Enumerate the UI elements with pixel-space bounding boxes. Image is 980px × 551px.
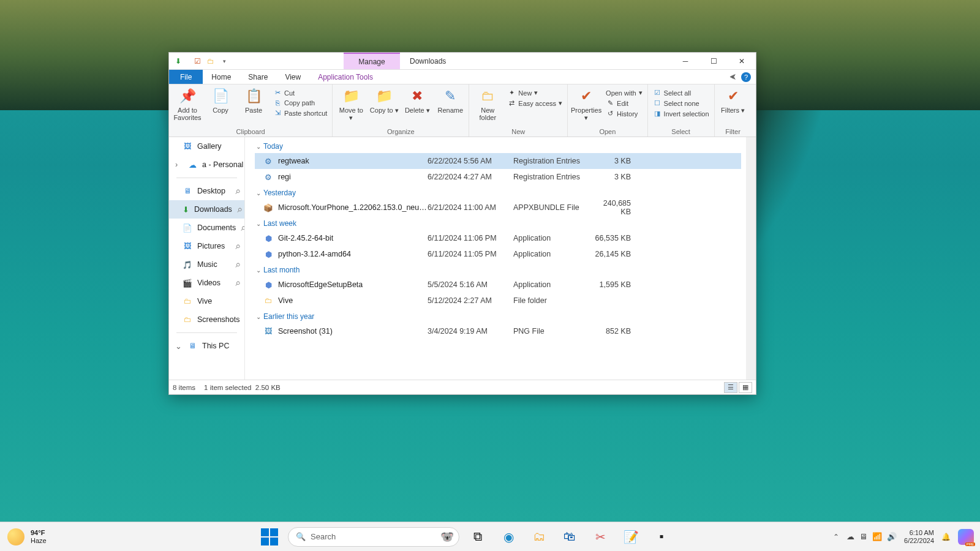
details-view-button[interactable]: ☰	[724, 382, 737, 393]
file-row[interactable]: ⚙regi6/22/2024 4:27 AMRegistration Entri…	[255, 169, 741, 185]
cut-button[interactable]: ✂Cut	[272, 88, 328, 97]
file-row[interactable]: 🖼Screenshot (31)3/4/2024 9:19 AMPNG File…	[255, 323, 741, 339]
file-row[interactable]: ⬢python-3.12.4-amd646/11/2024 11:05 PMAp…	[255, 246, 741, 262]
file-group-header[interactable]: ⌄Earlier this year	[255, 309, 741, 323]
context-tab-manage[interactable]: Manage	[344, 53, 400, 69]
group-label-select: Select	[652, 127, 710, 135]
pin-to-favorites-button[interactable]: 📌 Add to Favorites	[173, 87, 202, 121]
maximize-button[interactable]: ☐	[699, 53, 728, 69]
pin-icon: ⚲	[233, 187, 241, 195]
taskbar-widgets[interactable]: 94°F Haze	[0, 528, 123, 545]
properties-button[interactable]: ✔Properties ▾	[571, 87, 601, 121]
path-icon: ⎘	[273, 99, 282, 107]
sidebar-item-vive[interactable]: 🗀Vive	[169, 292, 244, 310]
tab-file[interactable]: File	[169, 70, 203, 84]
rename-button[interactable]: ✎Rename	[435, 87, 465, 114]
start-button[interactable]	[257, 525, 282, 549]
easy-access-button[interactable]: ⇄Easy access ▾	[506, 99, 564, 108]
documents-icon: 📄	[183, 223, 192, 233]
taskbar-app-terminal[interactable]: ▪	[649, 525, 674, 549]
file-type: Registration Entries	[513, 173, 593, 181]
folder-icon[interactable]: 🗀	[205, 56, 216, 67]
paste-icon: 📋	[244, 87, 263, 105]
file-group-header[interactable]: ⌄Yesterday	[255, 185, 741, 200]
file-row[interactable]: 🗀Vive5/12/2024 2:27 AMFile folder	[255, 293, 741, 309]
copy-button[interactable]: 📄 Copy	[206, 87, 235, 114]
group-label-new: New	[473, 127, 564, 135]
sidebar-item-this-pc[interactable]: ⌄🖥This PC	[169, 337, 244, 355]
notifications-icon[interactable]: 🔔	[941, 533, 951, 541]
chevron-down-icon: ⌄	[256, 190, 261, 197]
sidebar-item-documents[interactable]: 📄Documents⚲	[169, 219, 244, 237]
copy-path-button[interactable]: ⎘Copy path	[272, 99, 328, 107]
invert-selection-button[interactable]: ◨Invert selection	[652, 109, 710, 118]
tab-home[interactable]: Home	[203, 70, 239, 84]
sidebar-item-gallery[interactable]: 🖼Gallery	[169, 137, 244, 156]
properties-icon[interactable]: ☑	[192, 56, 203, 67]
thumbnails-view-button[interactable]: ▦	[739, 382, 752, 393]
sidebar-item-pictures[interactable]: 🖼Pictures⚲	[169, 237, 244, 255]
taskbar-app-snip[interactable]: ✂	[588, 525, 612, 549]
file-group-header[interactable]: ⌄Last month	[255, 262, 741, 277]
file-row[interactable]: ⬢MicrosoftEdgeSetupBeta5/5/2024 5:16 AMA…	[255, 277, 741, 293]
wifi-tray-icon[interactable]: 📶	[872, 532, 882, 541]
tray-chevron-icon[interactable]: ⌃	[833, 533, 839, 541]
open-with-button[interactable]: Open with ▾	[605, 88, 644, 97]
sidebar-item-screenshots[interactable]: 🗀Screenshots	[169, 310, 244, 329]
sidebar-item-music[interactable]: 🎵Music⚲	[169, 255, 244, 274]
file-type-icon: ⬢	[262, 280, 274, 290]
select-none-button[interactable]: ☐Select none	[652, 99, 710, 108]
file-group-header[interactable]: ⌄Last week	[255, 216, 741, 230]
search-box[interactable]: 🔍 Search 🐨	[288, 527, 459, 547]
taskbar-app-explorer[interactable]: 🗂	[527, 525, 551, 549]
file-row[interactable]: ⚙regtweak6/22/2024 5:56 AMRegistration E…	[255, 153, 741, 169]
tab-share[interactable]: Share	[239, 70, 276, 84]
battery-tray-icon[interactable]: 🖥	[859, 532, 867, 541]
file-date: 5/12/2024 2:27 AM	[428, 296, 513, 305]
sidebar-item-videos[interactable]: 🎬Videos⚲	[169, 274, 244, 292]
volume-tray-icon[interactable]: 🔊	[887, 532, 897, 541]
taskbar-clock[interactable]: 6:10 AM 6/22/2024	[904, 529, 934, 544]
minimize-button[interactable]: ─	[671, 53, 699, 69]
scrollbar[interactable]	[746, 137, 756, 380]
file-group-header[interactable]: ⌄Today	[255, 138, 741, 153]
file-list[interactable]: ⌄Today⚙regtweak6/22/2024 5:56 AMRegistra…	[245, 137, 746, 380]
file-row[interactable]: 📦Microsoft.YourPhone_1.22062.153.0_neutr…	[255, 200, 741, 216]
paste-shortcut-button[interactable]: ⇲Paste shortcut	[272, 108, 328, 118]
delete-button[interactable]: ✖Delete ▾	[402, 87, 432, 114]
file-type: Application	[513, 280, 593, 289]
history-button[interactable]: ↺History	[605, 109, 644, 118]
minimize-ribbon-icon[interactable]: ⮜	[729, 73, 736, 81]
select-all-button[interactable]: ☑Select all	[652, 88, 710, 97]
edit-button[interactable]: ✎Edit	[605, 99, 644, 108]
file-size: 66,535 KB	[593, 234, 636, 242]
new-item-button[interactable]: ✦New ▾	[506, 88, 564, 97]
file-type-icon: 🗀	[262, 296, 274, 305]
desktop-icon: 🖥	[183, 186, 192, 196]
file-row[interactable]: ⬢Git-2.45.2-64-bit6/11/2024 11:06 PMAppl…	[255, 230, 741, 246]
chevron-down-icon: ⌄	[175, 342, 183, 351]
taskbar-app-edge[interactable]: ◉	[496, 525, 521, 549]
taskbar-app-store[interactable]: 🛍	[557, 525, 582, 549]
new-item-icon: ✦	[507, 89, 516, 97]
copilot-button[interactable]	[958, 529, 974, 545]
taskbar-app-notepad[interactable]: 📝	[619, 525, 643, 549]
close-button[interactable]: ✕	[728, 53, 756, 69]
search-icon: 🔍	[296, 532, 306, 541]
task-view-button[interactable]: ⧉	[466, 525, 490, 549]
onedrive-tray-icon[interactable]: ☁	[846, 532, 854, 541]
qat-dropdown-icon[interactable]: ▾	[219, 56, 230, 67]
tab-application-tools[interactable]: Application Tools	[309, 70, 382, 84]
sidebar-item-onedrive[interactable]: ›☁a - Personal	[169, 156, 244, 174]
sidebar-item-desktop[interactable]: 🖥Desktop⚲	[169, 182, 244, 200]
filters-button[interactable]: ✔Filters ▾	[718, 87, 748, 114]
paste-button[interactable]: 📋 Paste	[239, 87, 268, 114]
tab-view[interactable]: View	[276, 70, 309, 84]
file-date: 6/11/2024 11:05 PM	[428, 250, 513, 258]
sidebar-item-downloads[interactable]: ⬇Downloads⚲	[169, 200, 244, 219]
new-folder-button[interactable]: 🗀New folder	[473, 87, 502, 121]
move-to-button[interactable]: 📁Move to ▾	[336, 87, 366, 121]
copy-to-button[interactable]: 📁Copy to ▾	[369, 87, 399, 114]
help-icon[interactable]: ?	[741, 72, 751, 82]
file-type: Application	[513, 234, 593, 242]
